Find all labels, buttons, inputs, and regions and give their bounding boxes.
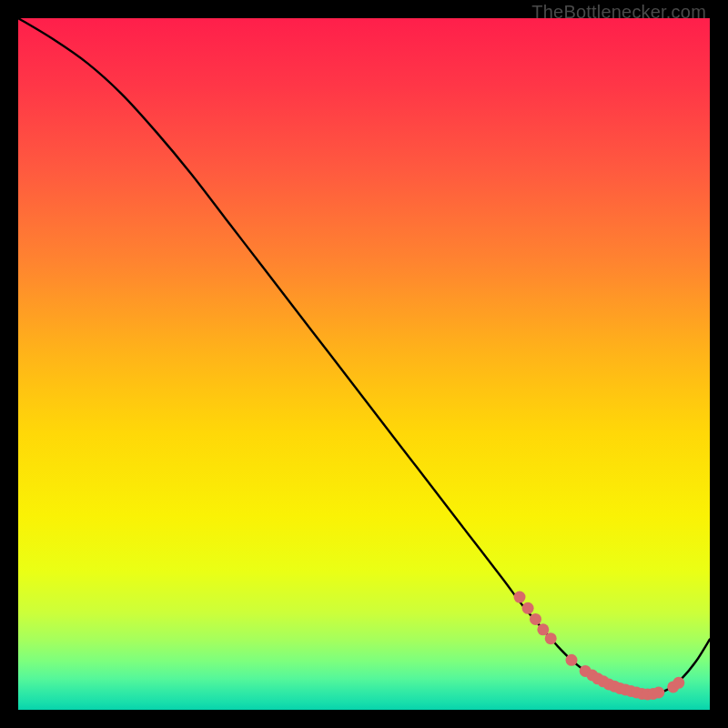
chart-frame (18, 18, 710, 710)
svg-rect-0 (18, 18, 710, 710)
plot-area (18, 18, 710, 710)
gradient-background (18, 18, 710, 710)
attribution-text: TheBottlenecker.com (531, 2, 706, 23)
